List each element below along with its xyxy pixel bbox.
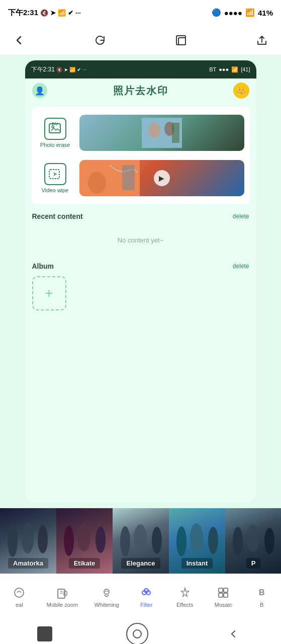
album-delete-button[interactable]: delete	[233, 263, 249, 270]
tabs-button[interactable]	[172, 31, 190, 49]
svg-point-6	[148, 123, 160, 138]
play-button[interactable]: ▶	[154, 170, 170, 186]
stop-button[interactable]	[37, 626, 52, 641]
empty-content: No content yet~	[25, 222, 256, 258]
real-label: eal	[16, 602, 23, 608]
toolbar-effects[interactable]: Effects	[170, 583, 200, 611]
svg-point-23	[176, 526, 186, 556]
send-icon: ➤	[50, 9, 56, 17]
status-time: 下午2:31	[8, 8, 38, 18]
battery-icon: 41%	[258, 9, 273, 17]
mobile-zoom-label: Mobile zoom	[47, 602, 78, 608]
photo-erase-card[interactable]: Photo erase	[37, 113, 244, 153]
inner-title-bar: 👤 照片去水印 👑	[25, 78, 256, 103]
wifi-icon: 📶	[245, 8, 255, 17]
signal-icon: 📶	[58, 9, 66, 17]
filter-icon	[139, 586, 153, 600]
inner-cell: ●●●	[219, 66, 229, 72]
bluetooth-icon: 🔵	[212, 8, 221, 17]
svg-rect-37	[224, 588, 228, 592]
svg-point-14	[8, 525, 18, 557]
toolbar-mobile-zoom[interactable]: Mobile zoom	[43, 583, 82, 611]
cards-section: Photo erase	[31, 107, 250, 204]
add-album-button[interactable]: +	[32, 276, 66, 310]
video-wipe-card[interactable]: Video wipe	[37, 158, 244, 198]
toolbar-real[interactable]: eal	[4, 583, 34, 611]
svg-point-29	[15, 588, 24, 597]
recent-delete-button[interactable]: delete	[233, 213, 249, 220]
nav-bar	[0, 25, 281, 55]
real-icon	[12, 586, 26, 600]
svg-point-32	[104, 589, 109, 594]
share-button[interactable]	[253, 31, 271, 49]
toolbar-filter[interactable]: Filter	[131, 583, 161, 611]
filter-instant[interactable]: Instant	[169, 508, 225, 574]
home-button[interactable]	[126, 623, 148, 644]
effects-label: Effects	[176, 602, 193, 608]
svg-rect-1	[178, 38, 185, 45]
svg-point-15	[22, 523, 34, 553]
video-wipe-thumbnail: ▶	[79, 160, 244, 196]
svg-point-12	[88, 172, 106, 194]
svg-point-25	[208, 527, 218, 554]
svg-rect-38	[219, 593, 223, 597]
toolbar-whitening[interactable]: Whitening	[90, 583, 123, 611]
inner-status-bar: 下午2:31 🔇 ➤ 📶 ✔ ··· BT ●●● 📶 [41]	[25, 60, 256, 78]
inner-screen: 下午2:31 🔇 ➤ 📶 ✔ ··· BT ●●● 📶 [41] 👤 照片去水	[25, 60, 256, 502]
back-nav-button[interactable]	[222, 623, 244, 644]
status-left: 下午2:31 🔇 ➤ 📶 ✔ ···	[8, 8, 81, 18]
filter-etikate[interactable]: Etikate	[56, 508, 113, 574]
crown-button[interactable]: 👑	[233, 83, 249, 99]
filter-etikate-label: Etikate	[69, 558, 101, 569]
svg-point-26	[233, 527, 243, 556]
refresh-button[interactable]	[91, 31, 109, 49]
mosaic-icon	[216, 586, 230, 600]
bottom-toolbar: eal Mobile zoom Whitening	[0, 574, 281, 619]
inner-battery: [41]	[241, 66, 250, 72]
inner-wifi: 📶	[231, 66, 238, 73]
svg-rect-39	[224, 593, 228, 597]
svg-point-16	[38, 525, 48, 553]
svg-point-3	[52, 126, 54, 128]
bottom-nav	[0, 619, 281, 644]
effects-icon	[178, 586, 192, 600]
svg-rect-8	[172, 123, 179, 143]
photo-erase-thumbnail	[79, 115, 244, 151]
svg-point-20	[120, 526, 130, 556]
mosaic-label: Mosaic	[215, 602, 232, 608]
video-wipe-icon	[44, 163, 66, 185]
crown-icon: 👑	[236, 86, 246, 96]
status-bar: 下午2:31 🔇 ➤ 📶 ✔ ··· 🔵 ●●●● 📶 41%	[0, 0, 281, 25]
inner-signal: 📶	[69, 67, 75, 72]
cellular-icon: ●●●●	[224, 9, 242, 17]
album-title: Album	[32, 262, 54, 270]
svg-point-28	[264, 528, 274, 554]
toolbar-b[interactable]: B B	[247, 583, 277, 611]
status-right: 🔵 ●●●● 📶 41%	[212, 8, 273, 17]
back-button[interactable]	[10, 31, 28, 49]
svg-rect-36	[219, 588, 223, 592]
filter-p[interactable]: P	[225, 508, 281, 574]
user-avatar[interactable]: 👤	[32, 83, 47, 98]
svg-rect-13	[122, 165, 135, 190]
photo-erase-label: Photo erase	[40, 142, 70, 148]
svg-point-22	[152, 527, 162, 554]
whitening-icon	[100, 586, 114, 600]
filter-amatorka[interactable]: Amatorka	[0, 508, 56, 574]
inner-mute: 🔇	[56, 67, 62, 72]
filter-elegance[interactable]: Elegance	[113, 508, 169, 574]
b-label: B	[260, 602, 263, 608]
filter-instant-label: Instant	[181, 558, 213, 569]
album-section: +	[25, 276, 256, 310]
inner-bt: BT	[209, 66, 216, 72]
svg-point-17	[64, 526, 74, 556]
svg-point-21	[134, 524, 147, 552]
filter-elegance-label: Elegance	[121, 558, 160, 569]
mute-icon: 🔇	[40, 9, 48, 17]
recent-section-header: Recent content delete	[25, 208, 256, 222]
filter-strip: Amatorka Etikate Elegance	[0, 508, 281, 574]
inner-time: 下午2:31	[31, 65, 55, 74]
toolbar-mosaic[interactable]: Mosaic	[208, 583, 238, 611]
b-icon: B	[255, 586, 269, 600]
user-icon: 👤	[35, 86, 45, 96]
